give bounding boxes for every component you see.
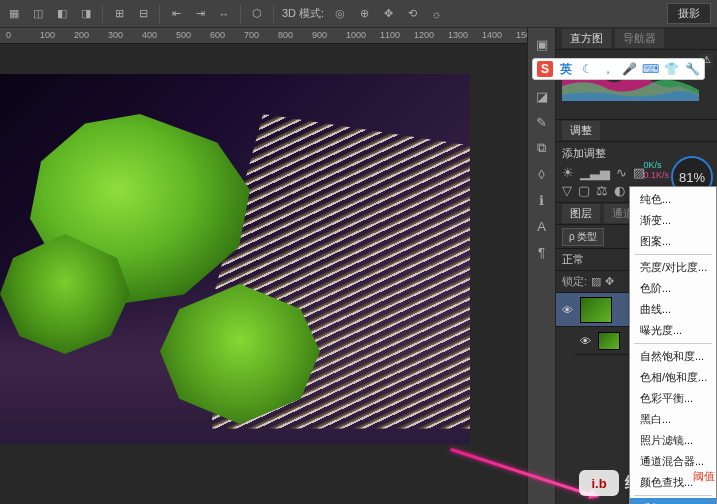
menu-item[interactable]: 照片滤镜... — [630, 430, 716, 451]
balance-icon[interactable]: ⚖ — [596, 183, 608, 198]
menu-item[interactable]: 自然饱和度... — [630, 346, 716, 367]
layer-thumbnail[interactable] — [580, 297, 612, 323]
network-stats: 0K/s 0.1K/s — [643, 160, 669, 180]
light-icon[interactable]: ☼ — [428, 6, 444, 22]
tool-icon[interactable]: ▦ — [6, 6, 22, 22]
menu-separator — [634, 495, 712, 496]
tool-icon[interactable]: ⇥ — [192, 6, 208, 22]
menu-item[interactable]: 反相 — [630, 498, 716, 504]
vibrance-icon[interactable]: ▽ — [562, 183, 572, 198]
separator — [159, 5, 160, 23]
adjust-tabs: 调整 — [556, 120, 717, 142]
paths-icon[interactable]: ◊ — [532, 164, 552, 184]
separator — [273, 5, 274, 23]
hue-icon[interactable]: ▢ — [578, 183, 590, 198]
lock-pixels-icon[interactable]: ▨ — [591, 275, 601, 288]
eyedrop-icon[interactable]: ℹ — [532, 190, 552, 210]
menu-item[interactable]: 渐变... — [630, 210, 716, 231]
tool-icon[interactable]: ◨ — [78, 6, 94, 22]
swatches-icon[interactable]: ◪ — [532, 86, 552, 106]
menu-item[interactable]: 纯色... — [630, 189, 716, 210]
ime-moon-icon[interactable]: ☾ — [579, 61, 595, 77]
blend-mode[interactable]: 正常 — [562, 252, 584, 267]
separator — [240, 5, 241, 23]
ime-settings-icon[interactable]: 🔧 — [684, 61, 700, 77]
tab-navigator[interactable]: 导航器 — [615, 29, 664, 48]
sogou-logo-icon[interactable]: S — [537, 61, 553, 77]
mode3d-label: 3D 模式: — [282, 6, 324, 21]
workspace-preset[interactable]: 摄影 — [667, 3, 711, 24]
tool-icon[interactable]: ◫ — [30, 6, 46, 22]
tab-layers[interactable]: 图层 — [562, 204, 600, 223]
adjustment-context-menu: 纯色...渐变...图案...亮度/对比度...色阶...曲线...曝光度...… — [629, 186, 717, 504]
image-content — [0, 74, 470, 444]
type-icon[interactable]: A — [532, 216, 552, 236]
menu-item[interactable]: 曲线... — [630, 299, 716, 320]
menu-item[interactable]: 曝光度... — [630, 320, 716, 341]
lock-label: 锁定: — [562, 274, 587, 289]
filter-type[interactable]: ρ 类型 — [562, 228, 604, 246]
brush-icon[interactable]: ✎ — [532, 112, 552, 132]
tool-icon[interactable]: ⇤ — [168, 6, 184, 22]
scale-icon[interactable]: ⟲ — [404, 6, 420, 22]
zoom-icon[interactable]: ✥ — [380, 6, 396, 22]
tool-icon[interactable]: ⊟ — [135, 6, 151, 22]
canvas-area: 0 100 200 300 400 500 600 700 800 900 10… — [0, 28, 527, 504]
menu-separator — [634, 254, 712, 255]
panel-toolstrip: ▣ ▤ ◪ ✎ ⧉ ◊ ℹ A ¶ — [528, 28, 556, 504]
lock-position-icon[interactable]: ✥ — [605, 275, 614, 288]
histogram-tabs: 直方图 导航器 — [556, 28, 717, 50]
ime-punct-icon[interactable]: ， — [600, 61, 616, 77]
menu-item[interactable]: 色相/饱和度... — [630, 367, 716, 388]
tool-icon[interactable]: ↔ — [216, 6, 232, 22]
orbit-icon[interactable]: ◎ — [332, 6, 348, 22]
menu-item[interactable]: 图案... — [630, 231, 716, 252]
paragraph-icon[interactable]: ¶ — [532, 242, 552, 262]
ime-toolbar[interactable]: S 英 ☾ ， 🎤 ⌨ 👕 🔧 — [532, 58, 705, 80]
bw-icon[interactable]: ◐ — [614, 183, 625, 198]
pan-icon[interactable]: ⊕ — [356, 6, 372, 22]
menu-item[interactable]: 色彩平衡... — [630, 388, 716, 409]
top-toolbar: ▦ ◫ ◧ ◨ ⊞ ⊟ ⇤ ⇥ ↔ ⬡ 3D 模式: ◎ ⊕ ✥ ⟲ ☼ 摄影 — [0, 0, 717, 28]
brightness-icon[interactable]: ☀ — [562, 165, 574, 180]
menu-separator — [634, 343, 712, 344]
tool-icon[interactable]: ◧ — [54, 6, 70, 22]
levels-icon[interactable]: ▁▃▅ — [580, 165, 610, 180]
tool-icon[interactable]: ⬡ — [249, 6, 265, 22]
menu-item[interactable]: 亮度/对比度... — [630, 257, 716, 278]
clone-icon[interactable]: ⧉ — [532, 138, 552, 158]
menu-item[interactable]: 黑白... — [630, 409, 716, 430]
ime-mic-icon[interactable]: 🎤 — [621, 61, 637, 77]
separator — [102, 5, 103, 23]
ime-keyboard-icon[interactable]: ⌨ — [642, 61, 658, 77]
curves-icon[interactable]: ∿ — [616, 165, 627, 180]
tab-adjust[interactable]: 调整 — [562, 121, 600, 140]
visibility-icon[interactable]: 👁 — [578, 335, 592, 347]
ime-skin-icon[interactable]: 👕 — [663, 61, 679, 77]
annotation-label: 阈值 — [693, 469, 715, 484]
visibility-icon[interactable]: 👁 — [560, 304, 574, 316]
tool-icon[interactable]: ⊞ — [111, 6, 127, 22]
ime-lang[interactable]: 英 — [558, 61, 574, 77]
history-icon[interactable]: ▣ — [532, 34, 552, 54]
tab-histogram[interactable]: 直方图 — [562, 29, 611, 48]
document-canvas[interactable] — [0, 74, 470, 444]
layer-thumbnail[interactable] — [598, 332, 620, 350]
watermark-logo: i.b — [579, 470, 619, 496]
ruler-horizontal: 0 100 200 300 400 500 600 700 800 900 10… — [0, 28, 527, 44]
menu-item[interactable]: 色阶... — [630, 278, 716, 299]
